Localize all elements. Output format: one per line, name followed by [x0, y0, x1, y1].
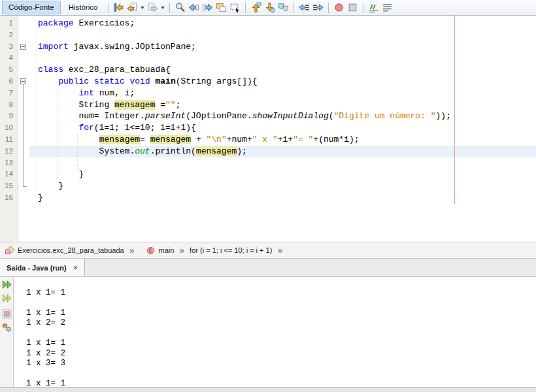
code-text-area[interactable]: package Exercicios;import javax.swing.JO…: [29, 16, 536, 204]
toolbar-separator: [108, 3, 109, 13]
toolbar-separator: [169, 3, 170, 13]
code-segment: javax.swing.JOptionPane;: [69, 42, 196, 52]
output-line: 1 x 1= 1: [26, 308, 536, 319]
code-segment: "\n": [206, 135, 226, 144]
breadcrumb-item-method[interactable]: main: [144, 246, 175, 255]
chevron-down-icon: [141, 7, 144, 9]
code-line[interactable]: [29, 29, 536, 41]
code-line[interactable]: for(i=1; i<=10; i=i+1){: [29, 122, 536, 134]
code-segment: +i+: [278, 135, 293, 144]
line-number: 1: [0, 18, 18, 29]
fold-toggle[interactable]: [20, 44, 26, 50]
back-dropdown-icon[interactable]: [139, 1, 146, 14]
output-line: [26, 369, 536, 380]
forward-dropdown-icon[interactable]: [159, 1, 166, 14]
shift-line-left-icon[interactable]: [297, 1, 311, 14]
find-next-icon[interactable]: [201, 1, 214, 14]
code-segment: ;: [176, 100, 181, 110]
line-number: 3: [0, 41, 18, 53]
code-line[interactable]: num= Integer.parseInt(JOptionPane.showIn…: [29, 110, 536, 122]
code-segment: "": [165, 100, 176, 110]
code-segment: (i=1; i<=10; i=i+1){: [94, 123, 196, 133]
code-fold-column: [18, 16, 29, 242]
rerun-with-params-icon[interactable]: [1, 293, 12, 304]
code-segment: showInputDialog: [252, 111, 329, 121]
toggle-bookmark-icon[interactable]: [276, 1, 290, 14]
output-tab-label: Saída - Java (run): [7, 264, 67, 272]
settings-icon[interactable]: [1, 321, 12, 333]
rectangular-selection-icon[interactable]: [228, 1, 242, 14]
code-segment: out: [135, 146, 150, 156]
rerun-icon[interactable]: [1, 279, 12, 290]
tab-codigo-fonte[interactable]: Código-Fonte: [2, 1, 61, 14]
tab-historico[interactable]: Histórico: [62, 1, 105, 14]
code-segment: parseInt: [145, 111, 186, 121]
breadcrumb-item-for-loop[interactable]: for (i = 1; i <= 10; i = i + 1): [188, 246, 273, 254]
find-icon[interactable]: [173, 1, 187, 14]
code-segment: }: [38, 169, 84, 179]
comment-icon[interactable]: [367, 1, 380, 14]
code-line[interactable]: import javax.swing.JOptionPane;: [29, 41, 536, 53]
right-margin-guide: [454, 16, 455, 204]
code-segment: +num+: [227, 135, 252, 144]
find-previous-icon[interactable]: [187, 1, 201, 14]
code-segment: ));: [436, 111, 451, 121]
code-segment: Exercicios;: [74, 18, 135, 28]
uncomment-icon[interactable]: [380, 1, 394, 14]
line-number: 13: [0, 157, 18, 169]
forward-icon[interactable]: [146, 1, 159, 14]
code-segment: );: [237, 146, 247, 156]
indent-guide: [37, 29, 37, 192]
fold-toggle[interactable]: [20, 78, 26, 84]
code-line[interactable]: package Exercicios;: [29, 18, 536, 29]
breadcrumb-item-class[interactable]: Exercicios.exc_28_para_tabuada: [3, 245, 126, 255]
code-line[interactable]: mensagem= mensagem + "\n"+num+" x "+i+"=…: [29, 134, 536, 146]
code-line[interactable]: [29, 157, 536, 169]
record-macro-icon[interactable]: [332, 1, 346, 14]
code-line[interactable]: String mensagem ="";: [29, 99, 536, 111]
code-segment: [89, 76, 94, 86]
toolbar-separator: [363, 3, 363, 13]
code-segment: num= Integer.: [38, 111, 145, 121]
code-segment: (String args[]){: [176, 76, 258, 86]
code-segment: public: [58, 76, 89, 86]
stop-macro-icon[interactable]: [346, 1, 360, 14]
line-number: 4: [0, 52, 18, 64]
code-segment: [38, 76, 58, 86]
line-number: 5: [0, 64, 18, 76]
output-line: 1 x 1= 1: [26, 379, 536, 387]
output-panel: 1 x 1= 11 x 1= 11 x 2= 21 x 1= 11 x 2= 2…: [0, 277, 536, 387]
next-bookmark-icon[interactable]: [263, 1, 276, 14]
code-line[interactable]: }: [29, 169, 536, 180]
output-toolbar: [0, 277, 14, 387]
breadcrumb: Exercicios.exc_28_para_tabuada » main » …: [0, 242, 536, 259]
code-line[interactable]: [29, 52, 536, 64]
method-icon: [146, 246, 156, 255]
code-segment: +(num*i);: [313, 135, 359, 144]
code-segment: "= ": [293, 135, 313, 144]
shift-line-right-icon[interactable]: [311, 1, 325, 14]
toggle-highlight-icon[interactable]: [214, 1, 228, 14]
code-editor[interactable]: 12345678910111213141516 package Exercici…: [0, 16, 536, 242]
horizontal-scrollbar[interactable]: [0, 387, 536, 392]
output-line: 1 x 3= 3: [26, 359, 536, 369]
code-line[interactable]: public static void main(String args[]){: [29, 76, 536, 88]
code-line[interactable]: }: [29, 192, 536, 204]
previous-bookmark-icon[interactable]: [249, 1, 263, 14]
code-line[interactable]: class exc_28_para_tabuada{: [29, 64, 536, 76]
breadcrumb-class-label: Exercicios.exc_28_para_tabuada: [18, 246, 124, 254]
output-line: 1 x 2= 2: [26, 349, 536, 359]
line-number: 16: [0, 192, 18, 204]
output-text-area[interactable]: 1 x 1= 11 x 1= 11 x 2= 21 x 1= 11 x 2= 2…: [14, 278, 536, 387]
tab-output-saida-java[interactable]: Saída - Java (run) ×: [0, 259, 85, 276]
code-line[interactable]: int num, i;: [29, 88, 536, 99]
code-segment: [150, 76, 156, 86]
code-line[interactable]: System.out.println(mensagem);: [29, 146, 536, 157]
line-number: 7: [0, 88, 18, 99]
code-segment: }: [38, 193, 43, 203]
back-icon[interactable]: [126, 1, 139, 14]
code-segment: [38, 88, 78, 98]
jump-last-edit-icon[interactable]: [112, 1, 126, 14]
code-line[interactable]: }: [29, 180, 536, 192]
close-icon[interactable]: ×: [73, 263, 78, 272]
